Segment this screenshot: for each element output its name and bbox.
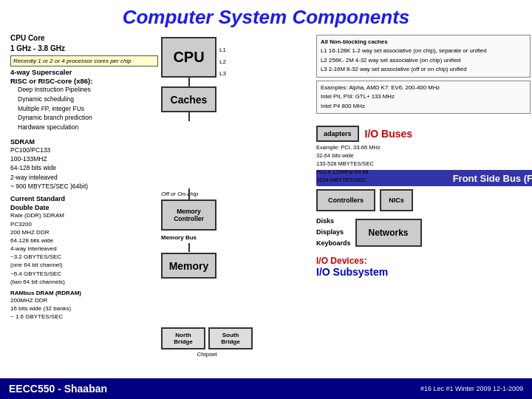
controllers-nics-row: Controllers NICs	[316, 189, 531, 211]
pci-item-3: PCI-X 133MHz 64 bit	[316, 168, 531, 177]
io-devices-area: I/O Devices: I/O Subsystem	[316, 256, 531, 278]
bridge-area: North Bridge South Bridge Chipset	[161, 327, 253, 358]
fsb-to-mc-line	[188, 188, 190, 200]
ddr-item-2: PC3200	[10, 220, 158, 228]
ddr-items: Rate (DDR) SDRAM PC3200 200 MHZ DDR 64-1…	[10, 211, 158, 286]
north-bridge: North Bridge	[161, 327, 205, 349]
displays-label: Displays	[316, 227, 351, 238]
superscaler-label: 4-way Superscaler	[10, 68, 158, 76]
sub-item-3: Multiple FP, integer FUs	[18, 104, 158, 114]
sdram-item-3: 64-128 bits wide	[10, 163, 158, 172]
cache-l2: L2 256K- 2M 4-32 way set associative (on…	[321, 56, 526, 65]
rambus-item-3: ~ 1.6 GBYTES/SEC	[10, 313, 158, 321]
cpu-core-header: CPU Core 1 GHz - 3.8 GHz	[10, 33, 158, 54]
cache-info-box: All Non-blocking caches L1 16-128K 1-2 w…	[316, 35, 531, 78]
rambus-label: RAMbus DRAM (RDRAM)	[10, 290, 158, 296]
pci-example-box: Example: PCI, 33-66 MHz 32-64 bits wide …	[316, 144, 531, 184]
io-subsystem-label: I/O Subsystem	[316, 266, 531, 278]
rambus-item-2: 16 bits wide (32 banks)	[10, 304, 158, 313]
rambus-item-1: 200MHZ DDR	[10, 296, 158, 304]
caches-block: Caches	[161, 86, 216, 112]
chipset-label: Chipset	[161, 351, 253, 358]
controllers-block: Controllers	[316, 189, 375, 211]
slide-title: Computer System Components	[6, 6, 526, 29]
io-buses-label: I/O Buses	[365, 128, 413, 140]
examples-label: Examples: Alpha, AMD K7: EV6, 200-400 MH…	[321, 83, 526, 92]
sub-item-5: Hardware speculation	[18, 123, 158, 132]
sub-item-2: Dynamic scheduling	[18, 95, 158, 104]
cpu-core-box: Recently 1 or 2 or 4 processor cores per…	[10, 55, 158, 66]
l-labels: L1 L2 L3	[219, 44, 226, 80]
cpu-area: CPU Caches L1 L2 L3	[161, 37, 309, 121]
sdram-item-4: 2-way inteleaved	[10, 173, 158, 182]
ddr-item-4: 64-128 bits wide	[10, 236, 158, 245]
right-column: All Non-blocking caches L1 16-128K 1-2 w…	[316, 33, 531, 278]
cache-all: All Non-blocking caches	[321, 38, 526, 47]
current-standard: Current Standard	[10, 195, 158, 202]
cpu-block: CPU	[161, 37, 216, 78]
rambus-items: 200MHZ DDR 16 bits wide (32 banks) ~ 1.6…	[10, 296, 158, 321]
pci-item-2: 133-528 MBYTES/SEC	[316, 160, 531, 168]
sdram-item-1: PC100/PC133	[10, 146, 158, 154]
ddr-label: Double Date	[10, 204, 158, 211]
disks-networks-row: Disks Displays Keyboards Networks	[316, 216, 531, 250]
sdram-label: SDRAM	[10, 138, 158, 146]
bottom-bar: EECC550 - Shaaban #16 Lec #1 Winter 2009…	[0, 378, 532, 399]
adapters-iobuses-row: adapters I/O Buses	[316, 126, 531, 142]
sub-item-1: Deep Instruction Pipelines	[18, 85, 158, 95]
slide-footer: #16 Lec #1 Winter 2009 12-1-2009	[420, 385, 523, 392]
pci-item-4: 1024 MBYTES/SEC	[316, 177, 531, 185]
sub-item-4: Dynamic branch prediction	[18, 113, 158, 123]
networks-block: Networks	[355, 219, 422, 247]
memory-bus-label: Memory Bus	[161, 234, 197, 241]
ddr-item-3: 200 MHZ DDR	[10, 228, 158, 236]
slide: Computer System Components CPU Core 1 GH…	[0, 0, 532, 399]
bridge-row: North Bridge South Bridge	[161, 327, 253, 349]
cpu-block-area: CPU Caches	[161, 37, 216, 121]
l2-label: L2	[219, 56, 226, 68]
mc-to-memory-line	[188, 243, 190, 252]
ddr-item-1: Rate (DDR) SDRAM	[10, 211, 158, 219]
keyboards-label: Keyboards	[316, 238, 351, 249]
memory-block: Memory	[161, 253, 216, 279]
caches-to-fsb-line	[188, 112, 190, 121]
sub-items-list: Deep Instruction Pipelines Dynamic sched…	[10, 85, 158, 132]
examples-box: Examples: Alpha, AMD K7: EV6, 200-400 MH…	[316, 81, 531, 114]
pci-item-1: 32-64 bits wide	[316, 152, 531, 160]
ddr-item-5: 4-way interleaved	[10, 245, 158, 253]
cache-l1: L1 16-128K 1-2 way set associative (on c…	[321, 47, 526, 55]
disks-displays-keyboards: Disks Displays Keyboards	[316, 216, 351, 250]
cache-l3: L3 2-16M 8-32 way set associative (off o…	[321, 65, 526, 74]
io-devices-label: I/O Devices:	[316, 256, 531, 266]
examples-intel: Intel PII, PIII: GTL+ 133 MHz	[321, 92, 526, 101]
sdram-item-2: 100-133MHZ	[10, 154, 158, 163]
disks-label: Disks	[316, 216, 351, 227]
risc-label: RISC or RISC-core (x86):	[10, 77, 158, 85]
ddr-item-7: (one 64 bit channel)	[10, 261, 158, 269]
nics-block: NICs	[380, 189, 413, 211]
main-area: CPU Core 1 GHz - 3.8 GHz Recently 1 or 2…	[6, 33, 532, 399]
south-bridge: South Bridge	[208, 327, 253, 349]
ddr-item-8: ~6.4 GBYTES/SEC	[10, 270, 158, 278]
left-column: CPU Core 1 GHz - 3.8 GHz Recently 1 or 2…	[10, 33, 158, 321]
ddr-item-9: (two 64 bit channels)	[10, 278, 158, 286]
adapters-block: adapters	[316, 126, 359, 142]
l3-label: L3	[219, 68, 226, 80]
eecc-label: EECC550 - Shaaban	[9, 383, 107, 395]
examples-p4: Intel P4 800 MHz	[321, 102, 526, 111]
l1-label: L1	[219, 44, 226, 56]
ddr-item-6: ~3.2 GBYTES/SEC	[10, 253, 158, 261]
pci-example: Example: PCI, 33-66 MHz	[316, 144, 531, 152]
sdram-item-5: ~ 900 MBYTES/SEC )64bit)	[10, 182, 158, 191]
memory-controller-block: Memory Controller	[161, 200, 216, 231]
center-column: CPU Caches L1 L2 L3 Front Side Bus (FSB	[161, 33, 309, 121]
sdram-items: PC100/PC133 100-133MHZ 64-128 bits wide …	[10, 146, 158, 191]
cpu-to-caches-line	[188, 78, 190, 86]
off-chip-label: Off or On-chip	[161, 191, 198, 197]
